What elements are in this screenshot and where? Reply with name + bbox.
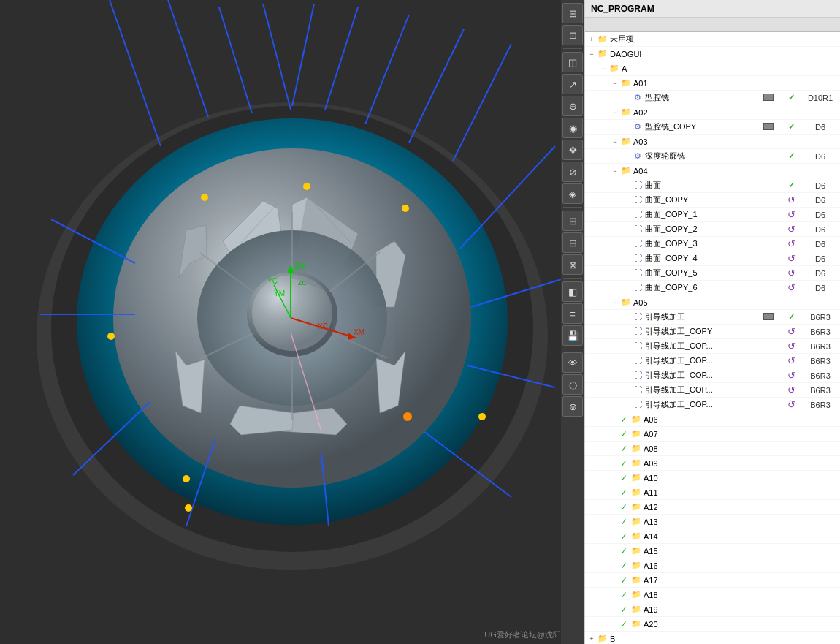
tree-toggle[interactable] xyxy=(610,473,620,483)
tree-row[interactable]: ✓📁A09 xyxy=(585,456,840,471)
tree-row[interactable]: ⛶引导线加工✓B6R3 xyxy=(585,310,840,325)
tool-save[interactable]: 💾 xyxy=(562,325,583,346)
tool-render[interactable]: ◈ xyxy=(562,183,583,204)
tree-row[interactable]: ⛶引导线加工_COP...↺B6R3 xyxy=(585,354,840,368)
tree-toggle[interactable] xyxy=(622,312,632,322)
tree-toggle[interactable]: − xyxy=(587,49,597,59)
tree-row[interactable]: ⛶曲面_COPY_4↺D6 xyxy=(585,251,840,266)
tree-row[interactable]: ⛶曲面_COPY_1↺D6 xyxy=(585,208,840,222)
tree-toggle[interactable] xyxy=(610,444,620,454)
tree-toggle[interactable] xyxy=(610,531,620,542)
tree-row[interactable]: ⛶曲面_COPY↺D6 xyxy=(585,193,840,208)
tree-row[interactable]: ✓📁A07 xyxy=(585,427,840,442)
tree-toggle[interactable] xyxy=(622,195,632,205)
tree-row[interactable]: ✓📁A15 xyxy=(585,544,840,558)
tree-toggle[interactable] xyxy=(622,400,632,410)
viewport-3d[interactable]: ZM YC ZC XM XC YM ⊞ ⊡ ◫ ↗ ⊕ ◉ ✥ ⊘ ◈ ⊞ xyxy=(0,0,584,644)
tree-row[interactable]: ✓📁A08 xyxy=(585,442,840,456)
tree-toggle[interactable] xyxy=(610,619,620,629)
tree-toggle[interactable] xyxy=(610,429,620,439)
tree-toggle[interactable] xyxy=(622,181,632,191)
tree-toggle[interactable] xyxy=(622,151,632,162)
tree-toggle[interactable] xyxy=(610,561,620,571)
tree-toggle[interactable] xyxy=(622,371,632,381)
tree-toggle[interactable] xyxy=(622,224,632,235)
tree-row[interactable]: ⚙型腔铣_COPY✓D6 xyxy=(585,120,840,135)
tree-row[interactable]: ✓📁A12 xyxy=(585,500,840,515)
tree-row[interactable]: −📁A03 xyxy=(585,135,840,149)
tree-toggle[interactable] xyxy=(622,239,632,249)
tool-fit[interactable]: ⊡ xyxy=(562,25,583,45)
tree-row[interactable]: ⛶引导线加工_COPY↺B6R3 xyxy=(585,325,840,339)
tree-row[interactable]: ⚙型腔铣✓D10R1 xyxy=(585,91,840,105)
tree-row[interactable]: −📁A05 xyxy=(585,295,840,310)
tool-rotate[interactable]: ◉ xyxy=(562,118,583,138)
tree-row[interactable]: −📁A01 xyxy=(585,76,840,91)
tool-eye[interactable]: 👁 xyxy=(562,352,583,373)
tool-home[interactable]: ⊞ xyxy=(562,3,583,23)
tree-row[interactable]: −📁A02 xyxy=(585,105,840,120)
tree-toggle[interactable] xyxy=(622,122,632,132)
tree-toggle[interactable] xyxy=(622,93,632,103)
tree-row[interactable]: ⛶引导线加工_COP...↺B6R3 xyxy=(585,368,840,383)
tree-row[interactable]: −📁A xyxy=(585,61,840,76)
tree-row[interactable]: ✓📁A06 xyxy=(585,412,840,427)
tool-snap[interactable]: ⊚ xyxy=(562,396,583,417)
tree-toggle[interactable] xyxy=(622,283,632,293)
tree-toggle[interactable]: − xyxy=(598,64,608,74)
tree-toggle[interactable] xyxy=(610,575,620,586)
tool-section[interactable]: ⊘ xyxy=(562,162,583,182)
tree-toggle[interactable]: − xyxy=(610,137,620,147)
tree-row[interactable]: +📁未用项 xyxy=(585,32,840,47)
tree-area[interactable]: +📁未用项−📁DAOGUI−📁A−📁A01 ⚙型腔铣✓D10R1−📁A02 ⚙型… xyxy=(585,32,840,644)
tree-toggle[interactable] xyxy=(622,327,632,337)
tree-row[interactable]: −📁DAOGUI xyxy=(585,47,840,61)
tree-row[interactable]: ✓📁A10 xyxy=(585,471,840,485)
tree-toggle[interactable] xyxy=(610,590,620,600)
tree-row[interactable]: ⛶引导线加工_COP...↺B6R3 xyxy=(585,398,840,412)
tree-toggle[interactable] xyxy=(622,341,632,352)
tree-row[interactable]: ⛶曲面_COPY_2↺D6 xyxy=(585,222,840,237)
tree-row[interactable]: ✓📁A18 xyxy=(585,588,840,602)
tree-row[interactable]: +📁B xyxy=(585,632,840,644)
tool-list[interactable]: ≡ xyxy=(562,303,583,324)
tree-row[interactable]: ⛶曲面_COPY_6↺D6 xyxy=(585,281,840,295)
tree-toggle[interactable]: − xyxy=(610,78,620,88)
tree-row[interactable]: ✓📁A11 xyxy=(585,485,840,500)
tree-row[interactable]: ⚙深度轮廓铣✓D6 xyxy=(585,149,840,164)
tool-pan[interactable]: ✥ xyxy=(562,140,583,160)
tool-measure[interactable]: ⊠ xyxy=(562,254,583,275)
tool-wire[interactable]: ◌ xyxy=(562,374,583,395)
tool-visibility[interactable]: ⊞ xyxy=(562,211,583,231)
tree-toggle[interactable]: + xyxy=(587,34,597,45)
tool-orient[interactable]: ◫ xyxy=(562,52,583,72)
tree-row[interactable]: ✓📁A17 xyxy=(585,573,840,588)
tree-toggle[interactable] xyxy=(610,488,620,498)
tool-add[interactable]: ⊕ xyxy=(562,96,583,116)
tree-row[interactable]: ✓📁A20 xyxy=(585,617,840,632)
tree-toggle[interactable]: − xyxy=(610,298,620,308)
tree-toggle[interactable] xyxy=(610,517,620,527)
tree-toggle[interactable] xyxy=(610,414,620,425)
tree-row[interactable]: ⛶曲面✓D6 xyxy=(585,178,840,193)
tree-row[interactable]: ✓📁A13 xyxy=(585,515,840,529)
tree-row[interactable]: ⛶曲面_COPY_5↺D6 xyxy=(585,266,840,281)
tree-row[interactable]: −📁A04 xyxy=(585,164,840,178)
tree-row[interactable]: ✓📁A16 xyxy=(585,558,840,573)
tool-zoom-in[interactable]: ↗ xyxy=(562,74,583,94)
tree-toggle[interactable] xyxy=(610,502,620,512)
tree-row[interactable]: ✓📁A19 xyxy=(585,602,840,617)
tree-toggle[interactable] xyxy=(622,268,632,279)
tree-toggle[interactable]: − xyxy=(610,166,620,176)
tree-toggle[interactable] xyxy=(622,356,632,366)
tree-row[interactable]: ✓📁A14 xyxy=(585,529,840,544)
tool-info[interactable]: ◧ xyxy=(562,281,583,302)
tree-row[interactable]: ⛶引导线加工_COP...↺B6R3 xyxy=(585,383,840,398)
tree-toggle[interactable] xyxy=(622,385,632,395)
tree-toggle[interactable] xyxy=(610,546,620,556)
tree-toggle[interactable] xyxy=(610,605,620,615)
tree-toggle[interactable]: − xyxy=(610,107,620,118)
tree-row[interactable]: ⛶曲面_COPY_3↺D6 xyxy=(585,237,840,251)
tree-toggle[interactable] xyxy=(610,458,620,469)
tree-toggle[interactable] xyxy=(622,210,632,220)
